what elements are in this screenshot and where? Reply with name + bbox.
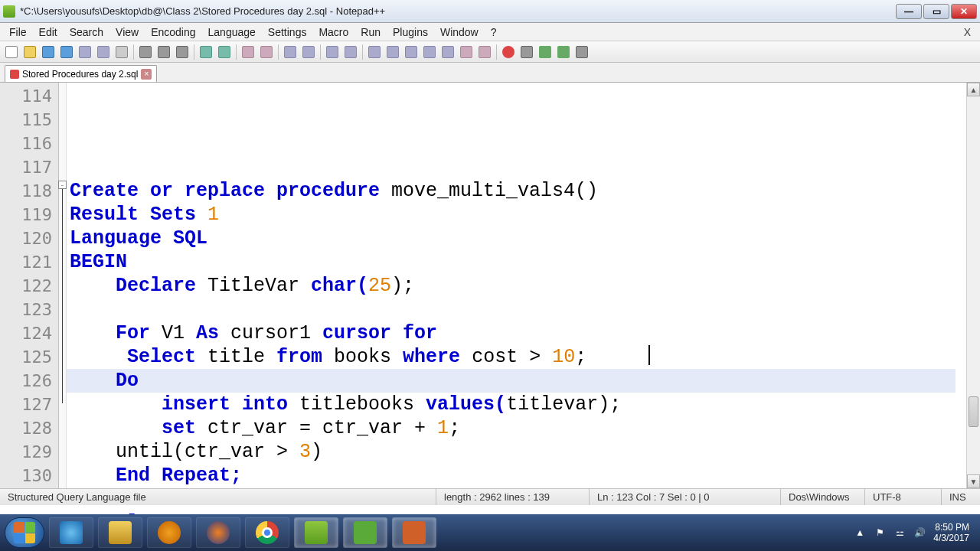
code-line[interactable]: Create or replace procedure move_multi_v… [70,179,966,203]
menu-file[interactable]: File [3,24,33,41]
taskbar-ie[interactable] [49,517,93,548]
toolbar-allchars[interactable] [384,44,401,60]
toolbar-lang[interactable] [421,44,438,60]
taskbar-camtasia-2[interactable] [392,517,436,548]
toolbar-stop[interactable] [518,44,535,60]
menubar: File Edit Search View Encoding Language … [0,23,980,41]
editor[interactable]: 1141151161171181191201211221231241251261… [0,83,980,488]
code-line[interactable]: End Repeat; [70,464,966,487]
code-line[interactable]: BEGIN [70,250,966,274]
toolbar-print[interactable] [113,44,130,60]
scroll-up-button[interactable]: ▲ [967,83,980,96]
code-line[interactable]: For V1 As cursor1 cursor for [70,321,966,345]
tab-label: Stored Procedures day 2.sql [22,69,138,80]
tray-show-hidden-icon[interactable]: ▲ [854,527,866,539]
vertical-scrollbar[interactable]: ▲ ▼ [966,83,980,488]
toolbar-zoom-in[interactable] [282,44,299,60]
tab-close-button[interactable]: × [141,69,152,80]
menu-search[interactable]: Search [64,24,109,41]
toolbar-copy[interactable] [155,44,172,60]
toolbar-play[interactable] [537,44,554,60]
menu-plugins[interactable]: Plugins [387,24,434,41]
close-button[interactable]: ✕ [951,4,977,19]
toolbar-play-multi[interactable] [555,44,572,60]
line-number: 124 [0,321,52,345]
toolbar-save[interactable] [40,44,57,60]
code-line[interactable] [70,487,966,511]
menu-language[interactable]: Language [202,24,262,41]
menu-view[interactable]: View [109,24,145,41]
tray-network-icon[interactable]: ⚍ [893,527,906,539]
toolbar-find[interactable] [240,44,256,60]
code-line[interactable]: Select title from books where cost > 10; [70,345,966,369]
toolbar-wrap[interactable] [366,44,383,60]
toolbar-cut[interactable] [137,44,154,60]
code-line[interactable]: until(ctr_var > 3) [70,440,966,464]
line-number: 114 [0,84,52,108]
tray-volume-icon[interactable]: 🔊 [913,527,926,539]
toolbar-save-macro[interactable] [573,44,590,60]
taskbar-media-player[interactable] [147,517,191,548]
fold-toggle-icon[interactable]: - [58,181,67,189]
menu-help[interactable]: ? [485,24,503,41]
line-number: 127 [0,393,52,416]
code-line[interactable]: Do [67,369,956,393]
toolbar-save-all[interactable] [58,44,75,60]
menu-run[interactable]: Run [354,24,387,41]
tab-active[interactable]: Stored Procedures day 2.sql × [5,65,157,82]
toolbar [0,41,980,63]
menu-encoding[interactable]: Encoding [145,24,201,41]
scroll-thumb[interactable] [969,396,978,427]
titlebar: *C:\Users\yousufs\Desktop\db@\Class 2\St… [0,0,980,23]
toolbar-close[interactable] [77,44,93,60]
menu-edit[interactable]: Edit [33,24,64,41]
code-line[interactable]: Declare TitleVar char(25); [70,274,966,298]
line-number-gutter: 1141151161171181191201211221231241251261… [0,83,59,488]
toolbar-redo[interactable] [216,44,233,60]
toolbar-undo[interactable] [198,44,214,60]
line-number: 123 [0,298,52,321]
code-line[interactable] [70,155,966,179]
menu-window[interactable]: Window [434,24,485,41]
maximize-button[interactable]: ▭ [923,4,949,19]
taskbar-camtasia-1[interactable] [343,517,387,548]
minimize-button[interactable]: — [896,4,922,19]
toolbar-new[interactable] [3,44,20,60]
code-line[interactable]: Result Sets 1 [70,203,966,227]
toolbar-sync-v[interactable] [324,44,341,60]
text-cursor [648,345,650,365]
taskbar-notepadpp[interactable] [294,517,338,548]
toolbar-zoom-out[interactable] [300,44,317,60]
taskbar-chrome[interactable] [245,517,289,548]
tray-clock[interactable]: 8:50 PM 4/3/2017 [933,522,969,543]
fold-column[interactable]: - [59,83,67,488]
toolbar-indent[interactable] [403,44,420,60]
mdi-close-button[interactable]: X [958,24,977,41]
toolbar-sync-h[interactable] [342,44,359,60]
start-button[interactable] [5,517,44,548]
window-buttons: — ▭ ✕ [896,4,977,19]
code-line[interactable]: Language SQL [70,227,966,250]
code-line[interactable] [70,298,966,321]
code-line[interactable]: insert into titlebooks values(titlevar); [70,393,966,416]
toolbar-record[interactable] [500,44,517,60]
scroll-down-button[interactable]: ▼ [967,474,980,488]
toolbar-paste[interactable] [174,44,191,60]
app-icon [3,5,15,18]
toolbar-close-all[interactable] [95,44,112,60]
toolbar-doc1[interactable] [458,44,475,60]
line-number: 120 [0,227,52,250]
menu-settings[interactable]: Settings [262,24,313,41]
code-line[interactable]: set ctr_var = ctr_var + 1; [70,416,966,440]
toolbar-monitor[interactable] [439,44,456,60]
line-number: 116 [0,132,52,155]
taskbar-explorer[interactable] [98,517,142,548]
toolbar-doc2[interactable] [476,44,493,60]
tray-action-center-icon[interactable]: ⚑ [874,527,886,539]
taskbar-firefox[interactable] [196,517,240,548]
toolbar-open[interactable] [21,44,38,60]
tray-date: 4/3/2017 [933,533,969,543]
toolbar-replace[interactable] [258,44,275,60]
code-area[interactable]: Create or replace procedure move_multi_v… [67,83,966,488]
menu-macro[interactable]: Macro [312,24,354,41]
